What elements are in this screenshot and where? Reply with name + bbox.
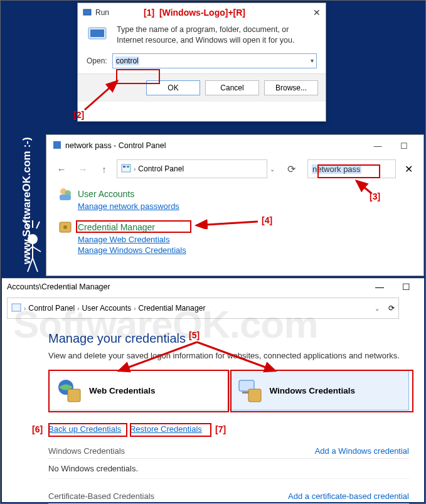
clear-search-button[interactable]: ✕ [400, 163, 417, 175]
chevron-down-icon[interactable]: ▾ [311, 57, 314, 64]
breadcrumb-root: Control Panel [138, 164, 184, 173]
breadcrumb[interactable]: › Control Panel [117, 159, 267, 178]
minimize-button[interactable]: — [366, 282, 393, 292]
page-subtext: View and delete your saved logon informa… [48, 351, 409, 360]
search-input[interactable]: network pass [307, 159, 396, 178]
run-title: Run [95, 8, 109, 17]
svg-rect-15 [53, 141, 61, 149]
breadcrumb[interactable]: › Control Panel › User Accounts › Creden… [7, 298, 399, 319]
credential-manager-window: Accounts\Credential Manager — ☐ › Contro… [2, 278, 424, 502]
user-accounts-icon [58, 186, 73, 201]
svg-rect-18 [127, 166, 129, 168]
crumb-credential-manager[interactable]: Credential Manager [138, 304, 205, 313]
svg-rect-28 [68, 389, 80, 402]
crumb-root[interactable]: Control Panel [28, 304, 75, 313]
browse-button[interactable]: Browse... [264, 80, 318, 95]
monitor-safe-icon [237, 378, 262, 403]
svg-line-6 [26, 222, 29, 228]
manage-windows-credentials-link[interactable]: Manage Windows Credentials [78, 245, 412, 255]
user-accounts-heading[interactable]: User Accounts [78, 189, 134, 199]
svg-line-4 [24, 247, 33, 253]
run-dialog: Run ✕ Type the name of a program, folder… [77, 3, 326, 122]
maximize-button[interactable]: ☐ [393, 282, 419, 292]
svg-rect-21 [60, 195, 71, 200]
credential-manager-heading[interactable]: Credential Manager [78, 222, 155, 232]
windows-credentials-empty: No Windows credentials. [48, 459, 409, 479]
maximize-button[interactable]: ☐ [391, 141, 417, 151]
svg-rect-11 [83, 9, 91, 15]
svg-rect-13 [90, 29, 104, 37]
svg-line-3 [33, 258, 38, 272]
open-label: Open: [87, 56, 107, 65]
doodle-figure-left [22, 219, 43, 273]
control-panel-icon [11, 303, 21, 314]
add-cert-credential-link[interactable]: Add a certificate-based credential [288, 491, 409, 501]
forward-button[interactable]: → [74, 160, 92, 178]
section-cert-credentials: Certificate-Based Credentials [48, 491, 154, 501]
page-heading: Manage your credentials [48, 331, 409, 346]
svg-line-5 [33, 247, 41, 252]
svg-point-0 [28, 235, 37, 244]
svg-rect-26 [12, 304, 21, 311]
chevron-down-icon[interactable]: ⌄ [375, 305, 380, 312]
backup-credentials-link[interactable]: Back up Credentials [48, 424, 121, 434]
svg-line-8 [36, 222, 40, 228]
refresh-button[interactable]: ⟳ [282, 163, 300, 175]
run-window-icon [83, 8, 92, 18]
windows-credentials-card[interactable]: Windows Credentials [229, 370, 410, 410]
control-panel-window: network pass - Control Panel — ☐ ← → ↑ ›… [46, 134, 424, 276]
cancel-button[interactable]: Cancel [205, 80, 259, 95]
windows-credentials-label: Windows Credentials [270, 386, 355, 395]
crumb-user-accounts[interactable]: User Accounts [82, 304, 132, 313]
add-windows-credential-link[interactable]: Add a Windows credential [315, 446, 409, 456]
ok-button[interactable]: OK [146, 80, 200, 95]
svg-rect-31 [248, 389, 261, 402]
svg-rect-16 [122, 164, 130, 172]
control-panel-icon [53, 141, 61, 151]
cm-title-tail: Accounts\Credential Manager [7, 282, 110, 291]
minimize-button[interactable]: — [365, 141, 391, 151]
globe-safe-icon [56, 378, 82, 403]
control-panel-icon [121, 163, 131, 175]
run-description: Type the name of a program, folder, docu… [117, 24, 317, 46]
up-button[interactable]: ↑ [95, 160, 113, 178]
close-icon[interactable]: ✕ [313, 8, 321, 18]
run-program-icon [87, 24, 109, 42]
web-credentials-card[interactable]: Web Credentials [48, 370, 229, 410]
svg-point-23 [63, 225, 67, 229]
back-button[interactable]: ← [53, 160, 70, 178]
web-credentials-label: Web Credentials [89, 386, 156, 395]
restore-credentials-link[interactable]: Restore Credentials [130, 424, 202, 434]
credential-manager-icon [58, 220, 73, 235]
search-value: network pass [312, 164, 361, 174]
open-input[interactable]: control ▾ [112, 53, 317, 68]
manage-web-credentials-link[interactable]: Manage Web Credentials [78, 235, 412, 244]
manage-network-passwords-link[interactable]: Manage network passwords [78, 201, 412, 211]
cp-window-title: network pass - Control Panel [65, 141, 166, 150]
svg-line-2 [28, 258, 33, 272]
section-windows-credentials: Windows Credentials [48, 446, 125, 456]
open-input-value: control [115, 56, 139, 65]
svg-rect-17 [123, 166, 125, 168]
refresh-button[interactable]: ⟳ [388, 304, 395, 313]
